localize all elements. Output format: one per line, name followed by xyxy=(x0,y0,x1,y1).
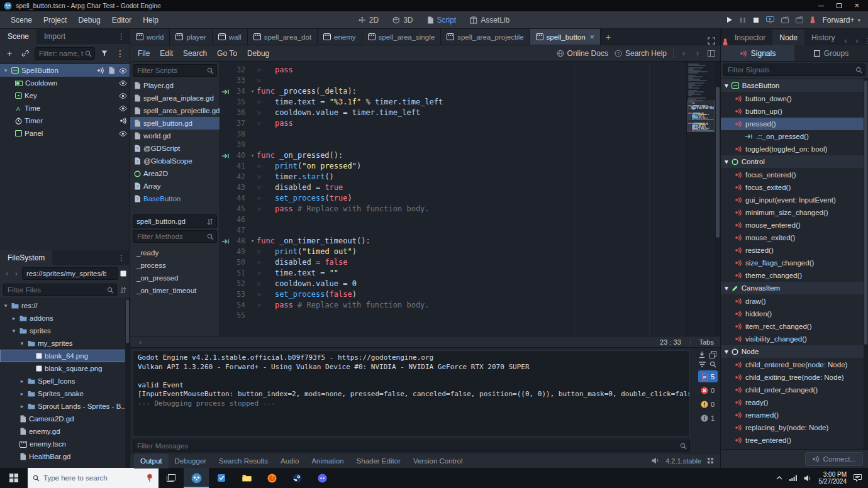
file-sprites[interactable]: ▾sprites xyxy=(0,324,130,337)
warnings-counter[interactable]: 0 xyxy=(698,398,718,410)
script-menu-debug[interactable]: Debug xyxy=(242,45,274,62)
code-line[interactable]: 41» print("on pressed") xyxy=(220,161,686,172)
sort-files-icon[interactable] xyxy=(120,287,126,294)
file-enemy.gd[interactable]: enemy.gd xyxy=(0,425,130,438)
distraction-free-icon[interactable] xyxy=(708,37,715,45)
signal-replacing_bynodeNode[interactable]: replacing_by(node: Node) xyxy=(721,421,868,434)
scene-node-spellbutton[interactable]: ▾SpellButton xyxy=(0,64,130,77)
collapse-icon[interactable]: ▾ xyxy=(725,284,728,292)
signal-child_entered_treenodeNode[interactable]: child_entered_tree(node: Node) xyxy=(721,358,868,371)
taskbar-app-1[interactable] xyxy=(209,468,234,488)
file-camera2d.gd[interactable]: Camera2D.gd xyxy=(0,413,130,425)
taskbar-app-discord[interactable] xyxy=(309,468,335,488)
signal-child_exiting_treenodeNode[interactable]: child_exiting_tree(node: Node) xyxy=(721,371,868,384)
fold-icon[interactable]: ▾ xyxy=(248,236,257,247)
pause-button[interactable] xyxy=(740,17,746,23)
code-line[interactable]: 46 xyxy=(220,214,686,225)
code-line[interactable]: 54» pass # Replace with function body. xyxy=(220,300,686,311)
nav-back-icon[interactable]: ‹ xyxy=(3,269,11,278)
method-item-_process[interactable]: _process xyxy=(130,259,220,272)
signal-item_rect_changed[interactable]: item_rect_changed() xyxy=(721,320,868,333)
expand-icon[interactable]: ▸ xyxy=(19,391,25,397)
scene-tab-world[interactable]: world xyxy=(130,29,170,45)
file-sprout-lands-sprites-b...[interactable]: ▸Sprout Lands - Sprites - B... xyxy=(0,400,130,413)
signal-pressed[interactable]: pressed() xyxy=(721,118,868,130)
tray-expand-icon[interactable] xyxy=(776,476,782,480)
taskbar-search-input[interactable] xyxy=(43,474,142,482)
scene-node-timer[interactable]: Timer xyxy=(0,114,130,127)
scene-node-cooldown[interactable]: Cooldown xyxy=(0,77,130,89)
code-line[interactable]: 33» xyxy=(220,75,686,86)
bottom-tab-search-results[interactable]: Search Results xyxy=(213,453,274,469)
code-line[interactable]: 44» set_process(true) xyxy=(220,193,686,204)
signal-connection[interactable]: .::_on_pressed() xyxy=(721,130,868,143)
signal-ready[interactable]: ready() xyxy=(721,396,868,409)
tab-inspector[interactable]: Inspector xyxy=(728,30,772,45)
code-scrollbar[interactable] xyxy=(715,62,720,336)
signal-category-canvasitem[interactable]: ▾CanvasItem xyxy=(721,282,868,294)
indent-type[interactable]: Tabs xyxy=(699,338,714,346)
signal-button_up[interactable]: button_up() xyxy=(721,105,868,118)
script-menu-file[interactable]: File xyxy=(133,45,155,62)
network-icon[interactable] xyxy=(789,475,797,481)
action-center-icon[interactable] xyxy=(854,474,862,482)
filesystem-scrollbar[interactable] xyxy=(125,298,130,468)
script-item-spell-area-inplace.gd[interactable]: spell_area_inplace.gd xyxy=(130,92,220,104)
filter-options-icon[interactable] xyxy=(98,47,111,60)
tab-history[interactable]: History xyxy=(804,30,842,45)
dock-scroll-right-icon[interactable]: › xyxy=(853,36,860,45)
collapse-duplicates-icon[interactable] xyxy=(699,361,706,368)
taskbar-search[interactable] xyxy=(28,468,159,488)
copy-output-icon[interactable] xyxy=(709,351,716,358)
save-output-icon[interactable] xyxy=(698,351,706,358)
signal-renamed[interactable]: renamed() xyxy=(721,409,868,421)
code-line[interactable]: 48▾func _on_timer_timeout(): xyxy=(220,236,686,247)
filter-scripts-input[interactable] xyxy=(133,67,216,74)
signal-category-basebutton[interactable]: ▾BaseButton xyxy=(721,79,868,92)
expand-icon[interactable]: ▾ xyxy=(3,302,9,309)
signal-focus_entered[interactable]: focus_entered() xyxy=(721,169,868,181)
scene-tab-player[interactable]: player xyxy=(170,29,212,45)
filesystem-path-input[interactable] xyxy=(23,270,118,277)
code-line[interactable]: 32» pass xyxy=(220,65,686,75)
current-script-box[interactable]: spell_button.gd xyxy=(133,214,217,228)
signal-mouse_exited[interactable]: mouse_exited() xyxy=(721,231,868,244)
nav-forward-icon[interactable]: › xyxy=(13,269,20,278)
errors-counter[interactable]: 0 xyxy=(698,384,718,396)
scene-tab-spell_area_dot[interactable]: spell_area_dot xyxy=(248,29,318,45)
bookmark-icon[interactable] xyxy=(120,270,126,277)
menu-editor[interactable]: Editor xyxy=(106,11,137,29)
code-line[interactable]: 35» time.text = "%3.1f" % timer.time_lef… xyxy=(220,97,686,108)
file-res-[interactable]: ▾res:// xyxy=(0,299,130,312)
signal-button_down[interactable]: button_down() xyxy=(721,92,868,105)
signal-icon[interactable] xyxy=(97,67,104,74)
workspace-script[interactable]: Script xyxy=(420,11,462,29)
movie-writer-button[interactable] xyxy=(796,16,803,23)
taskbar-clock[interactable]: 3:00 PM 5/27/2024 xyxy=(819,471,847,485)
file-addons[interactable]: ▸addons xyxy=(0,312,130,324)
code-line[interactable]: 39 xyxy=(220,140,686,150)
code-line[interactable]: 52» cooldown.value = 0 xyxy=(220,279,686,289)
minimize-button[interactable] xyxy=(818,6,824,6)
play-button[interactable] xyxy=(726,16,733,23)
code-line[interactable]: 47 xyxy=(220,225,686,236)
menu-help[interactable]: Help xyxy=(137,11,164,29)
signal-category-control[interactable]: ▾Control xyxy=(721,155,868,168)
bottom-tab-audio[interactable]: Audio xyxy=(274,453,305,469)
visibility-eye-icon[interactable] xyxy=(119,68,127,74)
renderer-select[interactable]: Forward+ ▾ xyxy=(822,16,860,25)
code-line[interactable]: 37» pass xyxy=(220,118,686,129)
file-blank-64.png[interactable]: blank_64.png xyxy=(0,350,130,362)
tab-node[interactable]: Node xyxy=(772,30,804,45)
visibility-eye-icon[interactable] xyxy=(119,80,127,86)
menu-scene[interactable]: Scene xyxy=(5,11,38,29)
workspace-2d[interactable]: 2D xyxy=(352,11,385,29)
collapse-icon[interactable]: ▾ xyxy=(725,81,728,90)
script-icon[interactable] xyxy=(108,67,115,74)
taskbar-app-explorer[interactable] xyxy=(234,468,259,488)
connect-button[interactable]: Connect... xyxy=(805,452,863,466)
scene-tab-spell_button[interactable]: spell_button× xyxy=(530,29,601,45)
stop-button[interactable] xyxy=(753,17,759,23)
script-item-player.gd[interactable]: Player.gd xyxy=(130,79,220,92)
bottom-tab-shader-editor[interactable]: Shader Editor xyxy=(350,453,407,469)
